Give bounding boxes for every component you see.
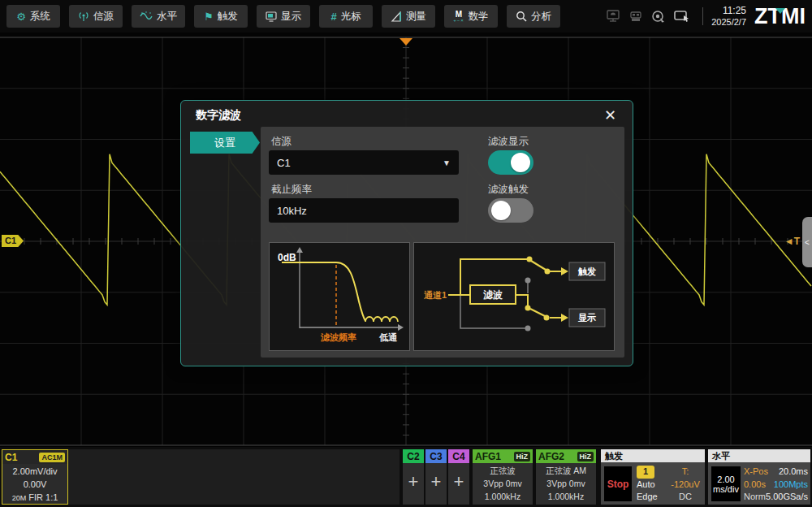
menu-label: 数学: [469, 10, 489, 24]
menu-trigger-button[interactable]: ⚑ 触发: [194, 5, 248, 28]
trigger-sweep-mode: Auto: [637, 479, 658, 492]
c4-label: C4: [448, 449, 469, 463]
afg1-box[interactable]: AFG1 HiZ 正弦波 3Vpp 0mv 1.000kHz: [473, 449, 533, 505]
c1-offset: 0.00V: [2, 478, 67, 491]
menu-display-button[interactable]: 显示: [257, 5, 310, 28]
trigger-level-marker[interactable]: ◄T: [784, 236, 800, 247]
date-text: 2025/2/7: [711, 17, 746, 28]
cutoff-input[interactable]: 10kHz: [269, 198, 459, 223]
c1-probe: 1:1: [45, 492, 58, 502]
menu-analyze-button[interactable]: 分析: [507, 5, 560, 28]
time-text: 11:25: [711, 5, 746, 17]
source-value: C1: [277, 157, 291, 169]
channel-c2-box[interactable]: C2 +: [403, 449, 424, 505]
acquire-mode: Norm: [744, 491, 768, 504]
afg2-amplitude: 3Vpp 0mv: [536, 477, 596, 490]
toolbar-divider: [702, 7, 703, 25]
time-window: 20.0ms: [766, 466, 808, 479]
close-icon[interactable]: ✕: [601, 105, 620, 126]
bottom-status-bar: C1 AC1M 2.00mV/div 0.00V 20M FIR 1:1 C2 …: [0, 447, 812, 507]
cutoff-value: 10kHz: [277, 205, 307, 217]
cursor-grid-icon: #: [330, 11, 336, 22]
math-icon: M+−×: [453, 11, 464, 23]
xpos-value: 0.00s: [744, 479, 768, 492]
menu-label: 信源: [93, 10, 114, 24]
toggle-knob: [491, 201, 511, 220]
touchscreen-icon[interactable]: [674, 10, 690, 24]
menu-cursor-button[interactable]: # 光标: [319, 5, 373, 28]
trigger-position-marker[interactable]: [400, 38, 412, 46]
afg2-label: AFG2: [538, 451, 564, 462]
c1-bandwidth: 20M: [12, 494, 27, 502]
c1-scale: 2.00mV/div: [2, 465, 67, 478]
menu-measure-button[interactable]: 测量: [382, 5, 435, 28]
menu-source-button[interactable]: 信源: [69, 5, 123, 28]
menu-label: 光标: [341, 10, 361, 24]
brand-logo: ZTMI: [754, 4, 806, 29]
trigger-source-badge[interactable]: 1: [637, 466, 654, 479]
trigger-section[interactable]: 触发 Stop 1 Auto Edge T: -120uV DC: [601, 449, 705, 505]
add-channel-c3-button[interactable]: +: [425, 463, 447, 500]
menu-horizontal-button[interactable]: 水平: [132, 5, 185, 28]
dialog-body: 信源 C1 ▼ 截止频率 10kHz 滤波显示 滤波触发 0dB 滤波频率: [261, 127, 624, 358]
afg1-frequency: 1.000kHz: [473, 490, 533, 503]
source-select[interactable]: C1 ▼: [269, 150, 459, 175]
filter-response-diagram: 0dB 滤波频率 低通: [269, 242, 410, 351]
c1-coupling-badge: AC1M: [39, 453, 65, 462]
top-toolbar: ⚙ 系统 信源 水平 ⚑ 触发 显示 # 光标: [0, 0, 812, 32]
monitor-icon: [266, 11, 277, 22]
flow-trigger-label: 触发: [577, 266, 596, 276]
side-panel-handle[interactable]: <: [802, 217, 812, 267]
timebase-unit: ms/div: [713, 484, 739, 494]
c1-filter: FIR: [28, 492, 43, 502]
trigger-header: 触发: [601, 449, 705, 462]
tab-settings[interactable]: 设置: [190, 132, 260, 154]
logo-triangle-icon: [775, 8, 785, 14]
flow-display-label: 显示: [578, 313, 596, 323]
add-channel-c4-button[interactable]: +: [448, 463, 469, 500]
menu-label: 显示: [281, 10, 301, 24]
channel-c4-box[interactable]: C4 +: [448, 449, 469, 505]
digital-filter-dialog: 数字滤波 ✕ 设置 信源 C1 ▼ 截止频率 10kHz 滤波显示 滤波触发: [180, 100, 633, 366]
trigger-type: Edge: [637, 491, 658, 504]
afg2-waveform: 正弦波 AM: [536, 464, 596, 477]
horizontal-section[interactable]: 水平 2.00 ms/div X-Pos 0.00s Norm 20.0ms 1…: [708, 449, 810, 505]
menu-math-button[interactable]: M+−× 数学: [444, 5, 498, 28]
c2-label: C2: [403, 449, 424, 463]
magnifier-icon: [516, 11, 527, 22]
lan-status-icon[interactable]: [606, 10, 620, 23]
flow-channel-label: 通道1: [423, 290, 447, 300]
filter-display-toggle[interactable]: [488, 150, 533, 175]
usb-storage-icon[interactable]: [628, 11, 643, 23]
antenna-icon: [78, 11, 89, 22]
menu-label: 触发: [218, 10, 238, 24]
timebase-button[interactable]: 2.00 ms/div: [711, 466, 741, 501]
channel-c1-box[interactable]: C1 AC1M 2.00mV/div 0.00V 20M FIR 1:1: [2, 449, 68, 505]
filter-trigger-label: 滤波触发: [488, 183, 529, 197]
filter-trigger-toggle[interactable]: [488, 198, 533, 223]
menu-buttons: ⚙ 系统 信源 水平 ⚑ 触发 显示 # 光标: [6, 5, 560, 28]
afg1-amplitude: 3Vpp 0mv: [473, 477, 533, 490]
channel-c3-box[interactable]: C3 +: [425, 449, 447, 505]
source-label: 信源: [271, 135, 292, 149]
ruler-icon: [391, 11, 402, 22]
add-channel-c2-button[interactable]: +: [403, 463, 424, 500]
run-stop-button[interactable]: Stop: [604, 466, 632, 501]
menu-label: 系统: [30, 10, 50, 24]
flag-icon: ⚑: [204, 11, 214, 22]
response-0db-label: 0dB: [278, 252, 296, 263]
menu-system-button[interactable]: ⚙ 系统: [6, 5, 60, 28]
afg1-label: AFG1: [475, 451, 501, 462]
timebase-scale: 2.00: [717, 474, 734, 484]
flow-filter-label: 滤波: [483, 289, 503, 301]
memory-depth: 100Mpts: [766, 479, 808, 492]
afg1-waveform: 正弦波: [473, 464, 533, 477]
afg2-box[interactable]: AFG2 HiZ 正弦波 AM 3Vpp 0mv 1.000kHz: [536, 449, 596, 505]
filter-display-label: 滤波显示: [488, 135, 529, 149]
sample-rate: 5.00GSa/s: [766, 491, 808, 504]
afg2-frequency: 1.000kHz: [536, 490, 596, 503]
rising-edge-icon: [667, 504, 703, 507]
afg2-impedance-badge: HiZ: [577, 452, 594, 462]
wave-icon: [140, 11, 153, 21]
touch-gesture-icon[interactable]: [651, 10, 666, 24]
